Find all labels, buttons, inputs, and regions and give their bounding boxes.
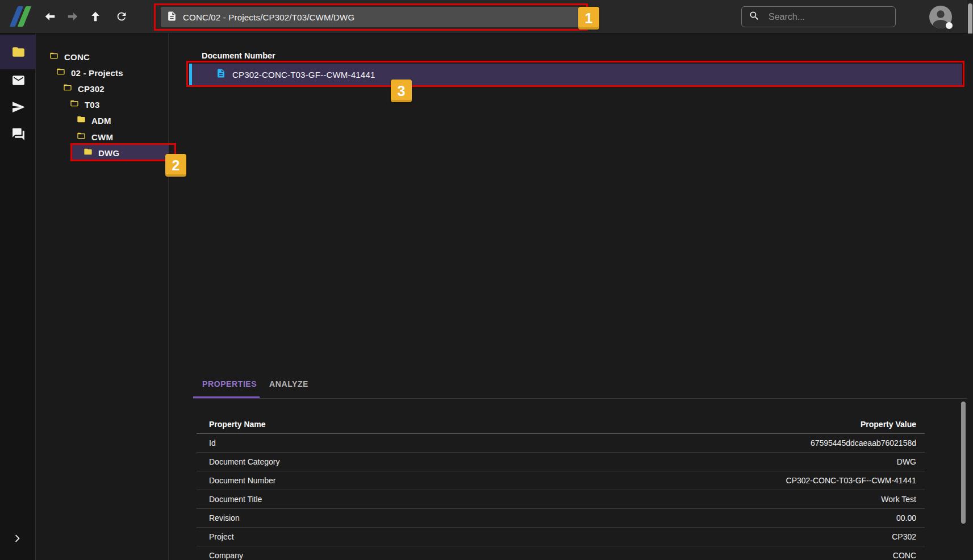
- rail-mail-button[interactable]: [7, 70, 29, 92]
- rail-send-button[interactable]: [7, 97, 29, 119]
- property-row-company: Company CONC: [197, 546, 925, 560]
- app-logo[interactable]: [10, 5, 33, 28]
- back-button[interactable]: [40, 7, 60, 27]
- folder-open-icon: [56, 67, 66, 78]
- tab-properties[interactable]: PROPERTIES: [202, 379, 257, 388]
- property-name: Project: [209, 532, 234, 541]
- search-box[interactable]: [741, 6, 896, 27]
- properties-scrollbar-thumb[interactable]: [961, 402, 966, 524]
- tree-node-adm[interactable]: ADM: [76, 113, 111, 128]
- tree-node-label: CONC: [64, 52, 90, 62]
- folder-open-icon: [62, 83, 73, 94]
- search-input[interactable]: [769, 12, 882, 22]
- tab-bar-divider: [193, 398, 967, 399]
- tree-node-label: CWM: [91, 132, 113, 142]
- chevron-right-icon: [11, 532, 24, 546]
- property-value: DWG: [897, 457, 916, 466]
- refresh-icon: [115, 10, 128, 24]
- property-row-document-category: Document Category DWG: [197, 453, 925, 471]
- properties-header-row: Property Name Property Value: [197, 415, 925, 434]
- tree-node-conc[interactable]: CONC: [49, 49, 90, 64]
- column-header-name: Property Name: [209, 420, 266, 429]
- tree-node-label: DWG: [98, 148, 119, 158]
- mail-icon: [11, 73, 26, 89]
- property-value: 00.00: [896, 513, 916, 523]
- property-value: Work Test: [881, 495, 916, 504]
- search-icon: [749, 10, 760, 24]
- expand-rail-button[interactable]: [8, 529, 27, 549]
- tree-node-label: 02 - Projects: [71, 68, 123, 78]
- property-value: CP302: [892, 532, 916, 541]
- folder-open-icon: [69, 99, 80, 110]
- property-value: 67595445ddcaeaab7602158d: [811, 438, 916, 448]
- property-name: Revision: [209, 513, 240, 523]
- folder-open-icon: [76, 131, 86, 143]
- tree-node-t03[interactable]: T03: [69, 97, 99, 112]
- property-value: CP302-CONC-T03-GF--CWM-41441: [786, 476, 916, 485]
- folder-filled-icon: [76, 115, 86, 126]
- properties-table: Property Name Property Value Id 67595445…: [197, 415, 925, 560]
- document-list-header: Document Number: [202, 51, 275, 60]
- refresh-button[interactable]: [111, 7, 132, 27]
- property-row-id: Id 67595445ddcaeaab7602158d: [197, 434, 925, 453]
- document-icon: [166, 11, 177, 24]
- property-row-document-number: Document Number CP302-CONC-T03-GF--CWM-4…: [197, 471, 925, 490]
- document-row[interactable]: CP302-CONC-T03-GF--CWM-41441: [189, 64, 962, 85]
- tree-node-02-projects[interactable]: 02 - Projects: [56, 65, 123, 80]
- tree-node-label: CP302: [78, 84, 105, 94]
- rail-documents-button[interactable]: [7, 42, 29, 64]
- property-name: Document Title: [209, 495, 262, 504]
- property-row-document-title: Document Title Work Test: [197, 490, 925, 509]
- property-row-project: Project CP302: [197, 528, 925, 546]
- property-row-revision: Revision 00.00: [197, 509, 925, 528]
- up-button[interactable]: [85, 7, 106, 27]
- top-bar: CONC/02 - Projects/CP302/T03/CWM/DWG: [0, 0, 973, 34]
- folder-open-icon: [49, 51, 59, 62]
- property-name: Company: [209, 551, 243, 560]
- chat-icon: [11, 127, 26, 143]
- tree-node-label: T03: [85, 100, 99, 110]
- forward-button[interactable]: [62, 7, 83, 27]
- property-name: Id: [209, 438, 216, 448]
- column-header-value: Property Value: [861, 420, 916, 429]
- property-name: Document Number: [209, 476, 276, 485]
- arrow-right-icon: [66, 10, 79, 24]
- send-icon: [11, 100, 26, 116]
- property-value: CONC: [893, 551, 916, 560]
- folder-filled-icon: [83, 147, 93, 158]
- arrow-up-icon: [89, 10, 102, 24]
- tree-node-label: ADM: [91, 116, 111, 126]
- path-breadcrumb-bar[interactable]: CONC/02 - Projects/CP302/T03/CWM/DWG: [161, 7, 579, 27]
- app-window: CONC/02 - Projects/CP302/T03/CWM/DWG CON…: [0, 0, 973, 560]
- arrow-left-icon: [44, 10, 56, 24]
- tab-analyze[interactable]: ANALYZE: [269, 379, 308, 388]
- folder-icon: [11, 45, 26, 61]
- property-name: Document Category: [209, 457, 280, 466]
- tree-node-cp302[interactable]: CP302: [62, 81, 105, 96]
- tree-node-dwg[interactable]: DWG: [83, 145, 119, 160]
- rail-chat-button[interactable]: [7, 124, 29, 146]
- document-number-text: CP302-CONC-T03-GF--CWM-41441: [232, 70, 375, 80]
- tree-node-cwm[interactable]: CWM: [76, 129, 113, 144]
- path-text: CONC/02 - Projects/CP302/T03/CWM/DWG: [183, 12, 354, 22]
- document-icon: [192, 68, 226, 81]
- avatar-status-dot: [946, 22, 953, 29]
